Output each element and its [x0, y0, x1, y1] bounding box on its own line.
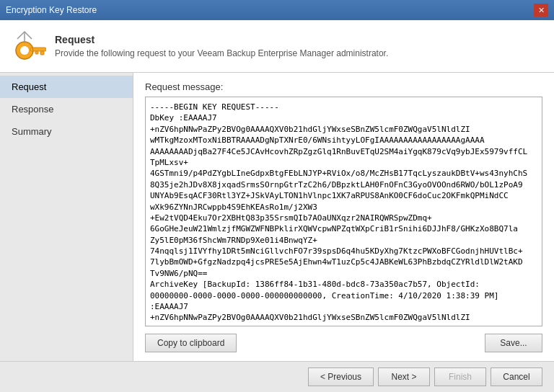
- request-label: Request message:: [145, 81, 542, 92]
- previous-button[interactable]: < Previous: [308, 368, 374, 386]
- cancel-button[interactable]: Cancel: [491, 368, 542, 386]
- title-bar-text: Encryption Key Restore: [6, 5, 97, 15]
- sidebar: Request Response Summary: [0, 73, 133, 361]
- main-area: Request Response Summary Request message…: [0, 73, 554, 361]
- save-button[interactable]: Save...: [485, 334, 542, 352]
- title-bar: Encryption Key Restore ✕: [0, 0, 554, 20]
- header-title: Request: [55, 34, 388, 45]
- finish-button[interactable]: Finish: [434, 368, 486, 386]
- request-textarea[interactable]: [145, 97, 542, 326]
- content-area: Request message: Copy to clipboard Save.…: [133, 73, 554, 361]
- key-icon: [12, 29, 46, 63]
- header: Request Provide the following request to…: [0, 20, 554, 73]
- next-button[interactable]: Next >: [378, 368, 430, 386]
- header-description: Provide the following request to your Ve…: [55, 48, 388, 58]
- sidebar-item-request[interactable]: Request: [0, 76, 133, 98]
- sidebar-item-summary[interactable]: Summary: [0, 120, 133, 143]
- content-bottom: Copy to clipboard Save...: [145, 334, 542, 352]
- footer: < Previous Next > Finish Cancel: [0, 361, 554, 392]
- header-text: Request Provide the following request to…: [55, 34, 388, 58]
- copy-to-clipboard-button[interactable]: Copy to clipboard: [145, 334, 237, 352]
- svg-point-1: [20, 46, 29, 55]
- close-button[interactable]: ✕: [534, 4, 548, 17]
- svg-rect-4: [35, 51, 38, 54]
- sidebar-item-response[interactable]: Response: [0, 98, 133, 120]
- svg-rect-3: [40, 51, 44, 55]
